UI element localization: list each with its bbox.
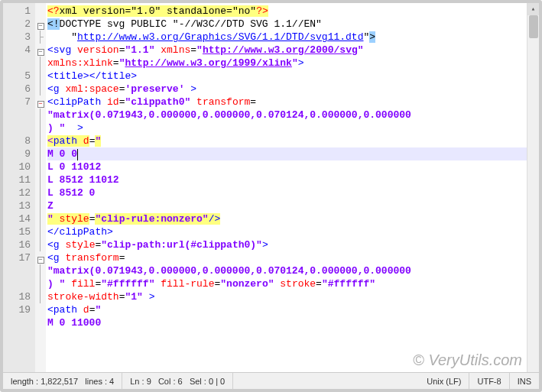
col-value: 6 [178, 377, 183, 386]
ln-label: Ln : [130, 377, 144, 386]
status-eol[interactable]: Unix (LF) [419, 373, 469, 389]
status-spacer [233, 373, 419, 389]
scroll-thumb[interactable] [529, 15, 538, 38]
fold-column[interactable]: −−−− [35, 3, 46, 372]
status-length: length : 1,822,517 lines : 4 [3, 373, 122, 389]
status-bar: length : 1,822,517 lines : 4 Ln : 9 Col … [3, 372, 539, 389]
lines-label: lines : [85, 377, 107, 386]
ln-value: 9 [147, 377, 151, 386]
col-label: Col : [158, 377, 176, 386]
eol-value: Unix (LF) [427, 377, 461, 386]
mode-value: INS [518, 377, 531, 386]
code-editor[interactable]: 12345678910111213141516171819 −−−− <?xml… [3, 3, 539, 372]
length-label: length : [11, 377, 38, 386]
lines-value: 4 [109, 377, 114, 386]
line-number-gutter: 12345678910111213141516171819 [3, 3, 35, 372]
encoding-value: UTF-8 [477, 377, 501, 386]
status-encoding[interactable]: UTF-8 [469, 373, 509, 389]
scroll-up-arrow[interactable]: ▴ [527, 3, 539, 15]
status-position: Ln : 9 Col : 6 Sel : 0 | 0 [122, 373, 233, 389]
sel-value: 0 | 0 [209, 377, 225, 386]
sel-label: Sel : [190, 377, 206, 386]
code-area[interactable]: <?xml version="1.0" standalone="no"?><!D… [46, 3, 527, 372]
vertical-scrollbar[interactable]: ▴ [527, 3, 539, 372]
length-value: 1,822,517 [41, 377, 78, 386]
status-mode[interactable]: INS [510, 373, 539, 389]
